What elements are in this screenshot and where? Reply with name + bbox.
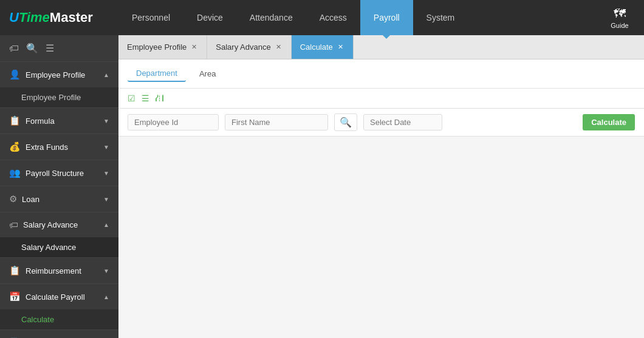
filter-bar: 🔍 Calculate — [118, 109, 644, 137]
date-input[interactable] — [363, 114, 442, 130]
sidebar-section-formula: 📋 Formula ▼ — [0, 108, 118, 134]
sidebar-loan-label: Loan — [22, 195, 39, 204]
tab-salary-advance-close[interactable]: ✕ — [275, 43, 283, 51]
list-icon[interactable]: ☰ — [46, 42, 54, 54]
tag-icon[interactable]: 🏷 — [9, 43, 19, 54]
toolbar: Department Area — [118, 59, 644, 89]
reimbursement-icon: 📋 — [9, 265, 21, 276]
tab-employee-profile-close[interactable]: ✕ — [190, 43, 198, 51]
guide-area[interactable]: 🗺 Guide — [601, 7, 644, 29]
sidebar-employee-profile-label: Employee Profile — [26, 70, 85, 79]
sidebar: 🏷 🔍 ☰ 👤 Employee Profile ▲ Employee Prof… — [0, 35, 118, 338]
sidebar-extra-funds-label: Extra Funds — [26, 143, 68, 152]
sidebar-formula-label: Formula — [26, 117, 55, 126]
list-view-icon[interactable]: ☰ — [142, 93, 149, 103]
nav-attendance[interactable]: Attendance — [236, 0, 306, 35]
tab-calculate[interactable]: Calculate ✕ — [292, 35, 354, 59]
logo-u: U — [9, 10, 19, 25]
sub-icons-row: ☑ ☰ ⛙ — [118, 89, 644, 109]
sidebar-section-employee-profile: 👤 Employee Profile ▲ Employee Profile — [0, 62, 118, 108]
nav-personnel[interactable]: Personnel — [118, 0, 183, 35]
sidebar-report-header[interactable]: 📄 Report ▼ — [0, 330, 118, 338]
sidebar-section-salary-advance: 🏷 Salary Advance ▲ Salary Advance — [0, 212, 118, 258]
loan-icon: ⚙ — [9, 194, 17, 204]
sidebar-employee-profile-header[interactable]: 👤 Employee Profile ▲ — [0, 62, 118, 87]
search-icon[interactable]: 🔍 — [26, 42, 38, 54]
logo-master: Master — [50, 10, 93, 25]
tab-calculate-label: Calculate — [300, 42, 333, 52]
formula-icon: 📋 — [9, 115, 21, 126]
tab-salary-advance[interactable]: Salary Advance ✕ — [207, 35, 291, 59]
chevron-down-icon4: ▼ — [103, 196, 109, 203]
tab-salary-advance-label: Salary Advance — [216, 42, 270, 52]
tab-employee-profile-label: Employee Profile — [127, 42, 187, 52]
chevron-down-icon3: ▼ — [103, 170, 109, 177]
area-tab-button[interactable]: Area — [191, 66, 224, 81]
chevron-up-icon3: ▲ — [103, 294, 109, 300]
sidebar-reimbursement-label: Reimbursement — [26, 266, 81, 275]
calculate-button[interactable]: Calculate — [583, 114, 635, 130]
sidebar-payroll-structure-header[interactable]: 👥 Payroll Structure ▼ — [0, 160, 118, 186]
dept-tab-button[interactable]: Department — [128, 66, 186, 82]
employee-id-input[interactable] — [128, 114, 219, 130]
nav-device[interactable]: Device — [183, 0, 236, 35]
sidebar-reimbursement-header[interactable]: 📋 Reimbursement ▼ — [0, 258, 118, 283]
sidebar-formula-header[interactable]: 📋 Formula ▼ — [0, 108, 118, 134]
tab-calculate-close[interactable]: ✕ — [337, 43, 344, 51]
sidebar-section-extra-funds: 💰 Extra Funds ▼ — [0, 134, 118, 160]
table-area — [118, 137, 644, 338]
sidebar-top-icons: 🏷 🔍 ☰ — [0, 35, 118, 62]
nav-access[interactable]: Access — [306, 0, 360, 35]
logo-time: Time — [19, 10, 50, 25]
sidebar-calculate-payroll-header[interactable]: 📅 Calculate Payroll ▲ — [0, 284, 118, 309]
sidebar-payroll-structure-label: Payroll Structure — [26, 169, 84, 178]
sidebar-section-report: 📄 Report ▼ — [0, 330, 118, 338]
check-icon[interactable]: ☑ — [128, 93, 135, 103]
guide-label: Guide — [611, 22, 628, 29]
sidebar-salary-advance-label: Salary Advance — [23, 220, 78, 229]
payroll-structure-icon: 👥 — [9, 167, 21, 178]
logo: UTime Master — [0, 10, 118, 25]
extra-funds-icon: 💰 — [9, 141, 21, 152]
first-name-input[interactable] — [225, 114, 328, 130]
nav-payroll[interactable]: Payroll — [360, 0, 413, 35]
sidebar-section-reimbursement: 📋 Reimbursement ▼ — [0, 258, 118, 284]
content-area: Employee Profile ✕ Salary Advance ✕ Calc… — [118, 35, 644, 338]
nav-system[interactable]: System — [413, 0, 468, 35]
chevron-up-icon2: ▲ — [103, 221, 109, 228]
sidebar-item-employee-profile[interactable]: Employee Profile — [0, 87, 118, 107]
calculate-payroll-icon: 📅 — [9, 291, 21, 302]
sidebar-section-loan: ⚙ Loan ▼ — [0, 186, 118, 212]
sidebar-item-calculate[interactable]: Calculate — [0, 309, 118, 330]
sidebar-extra-funds-header[interactable]: 💰 Extra Funds ▼ — [0, 134, 118, 160]
tabs-bar: Employee Profile ✕ Salary Advance ✕ Calc… — [118, 35, 644, 59]
guide-icon: 🗺 — [614, 7, 626, 21]
sidebar-section-payroll-structure: 👥 Payroll Structure ▼ — [0, 160, 118, 186]
search-button[interactable]: 🔍 — [334, 113, 357, 131]
chevron-down-icon: ▼ — [103, 118, 109, 124]
top-navigation: UTime Master Personnel Device Attendance… — [0, 0, 644, 35]
chevron-up-icon: ▲ — [103, 72, 109, 78]
sidebar-calculate-payroll-label: Calculate Payroll — [26, 292, 85, 302]
nav-items: Personnel Device Attendance Access Payro… — [118, 0, 601, 35]
main-layout: 🏷 🔍 ☰ 👤 Employee Profile ▲ Employee Prof… — [0, 35, 644, 338]
chevron-down-icon5: ▼ — [103, 268, 109, 274]
org-chart-icon[interactable]: ⛙ — [156, 93, 164, 103]
sidebar-salary-advance-header[interactable]: 🏷 Salary Advance ▲ — [0, 212, 118, 237]
sidebar-loan-header[interactable]: ⚙ Loan ▼ — [0, 186, 118, 212]
tab-employee-profile[interactable]: Employee Profile ✕ — [118, 35, 207, 59]
sidebar-section-calculate-payroll: 📅 Calculate Payroll ▲ Calculate — [0, 284, 118, 330]
employee-profile-icon: 👤 — [9, 69, 21, 80]
chevron-down-icon2: ▼ — [103, 144, 109, 150]
salary-advance-icon: 🏷 — [9, 220, 18, 230]
sidebar-item-salary-advance[interactable]: Salary Advance — [0, 237, 118, 257]
